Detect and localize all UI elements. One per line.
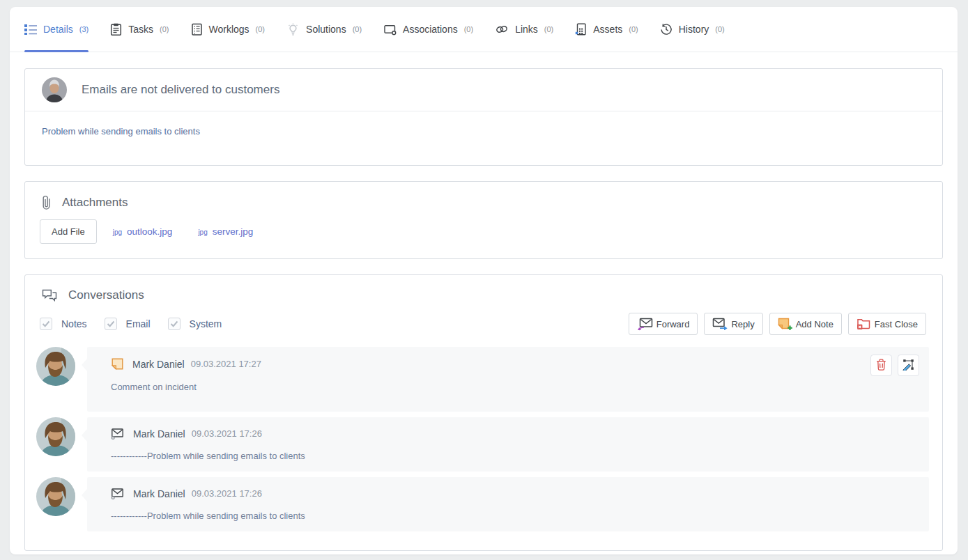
conversation-body: ------------Problem while sending emails… (111, 451, 919, 461)
file-type-badge: jpg (198, 228, 207, 236)
paperclip-icon (42, 195, 51, 210)
filter-label: Email (126, 318, 151, 329)
filter-system[interactable]: System (168, 318, 222, 330)
ticket-detail-panel: Details(3)Tasks(0)Worklogs(0)Solutions(0… (10, 7, 958, 554)
email-icon (111, 428, 125, 440)
edit-icon (902, 359, 914, 373)
tab-label: Worklogs (209, 24, 249, 35)
tab-associations[interactable]: Associations(0) (383, 7, 473, 52)
tab-count: (0) (464, 25, 473, 33)
checkbox-checked-icon[interactable] (105, 318, 117, 330)
file-type-badge: jpg (113, 228, 122, 236)
conversation-entry: Mark Daniel09.03.2021 17:26------------P… (36, 477, 929, 531)
action-label: Reply (731, 319, 754, 329)
conversation-header: Mark Daniel09.03.2021 17:26 (111, 428, 919, 440)
tab-history[interactable]: History(0) (660, 7, 725, 52)
attachment-link[interactable]: jpgserver.jpg (198, 226, 253, 237)
attachment-link[interactable]: jpgoutlook.jpg (113, 226, 173, 237)
ticket-description-area: Problem while sending emails to clients (25, 111, 942, 165)
author-avatar (36, 347, 75, 386)
details-icon (24, 24, 37, 35)
author-avatar (36, 417, 75, 456)
author-name: Mark Daniel (133, 428, 185, 440)
conversation-bubble: Mark Daniel09.03.2021 17:26------------P… (87, 477, 929, 531)
timestamp: 09.03.2021 17:26 (192, 488, 262, 499)
tab-worklogs[interactable]: Worklogs(0) (191, 7, 266, 52)
conversation-header: Mark Daniel09.03.2021 17:27 (111, 357, 919, 371)
filter-label: Notes (61, 318, 87, 329)
history-icon (660, 23, 673, 36)
conversation-entry: Mark Daniel09.03.2021 17:26------------P… (36, 417, 929, 472)
entry-actions (870, 355, 919, 376)
attachments-card: Attachments Add File jpgoutlook.jpgjpgse… (24, 181, 943, 259)
tab-label: Tasks (128, 24, 153, 35)
timestamp: 09.03.2021 17:27 (191, 359, 261, 369)
conversation-body: Comment on incident (111, 382, 919, 392)
author-avatar (36, 477, 75, 516)
tasks-icon (110, 23, 122, 36)
assets-icon (575, 23, 587, 36)
reply-icon (712, 318, 728, 330)
conversations-card: Conversations NotesEmailSystem ForwardRe… (24, 274, 943, 551)
action-label: Forward (656, 319, 690, 329)
action-label: Fast Close (875, 319, 918, 329)
tab-assets[interactable]: Assets(0) (575, 7, 638, 52)
tab-details[interactable]: Details(3) (24, 7, 89, 52)
tab-count: (0) (353, 25, 362, 33)
tab-label: History (679, 24, 709, 35)
email-icon (111, 488, 125, 499)
associations-icon (383, 24, 397, 36)
fast-close-button[interactable]: Fast Close (848, 313, 926, 335)
conversations-header: Conversations (68, 288, 144, 302)
page: Details(3)Tasks(0)Worklogs(0)Solutions(0… (0, 0, 968, 560)
filter-label: System (190, 318, 222, 329)
add-note-icon (778, 318, 792, 331)
tab-links[interactable]: Links(0) (495, 7, 553, 52)
tab-count: (0) (160, 25, 169, 33)
tab-tasks[interactable]: Tasks(0) (110, 7, 169, 52)
author-name: Mark Daniel (133, 488, 185, 499)
conversation-actions: ForwardReplyAdd NoteFast Close (629, 313, 926, 335)
tab-count: (0) (715, 25, 724, 33)
tab-label: Links (515, 24, 538, 35)
trash-icon (876, 359, 886, 373)
tab-label: Assets (593, 24, 622, 35)
forward-icon (637, 318, 653, 331)
tab-count: (0) (544, 25, 553, 33)
tab-count: (0) (256, 25, 265, 33)
conversation-header: Mark Daniel09.03.2021 17:26 (111, 488, 919, 499)
add-note-button[interactable]: Add Note (769, 313, 842, 335)
ticket-title: Emails are not delivered to customers (82, 83, 279, 97)
requester-avatar (42, 77, 67, 102)
file-name: server.jpg (213, 226, 254, 237)
reply-button[interactable]: Reply (704, 313, 762, 335)
filter-notes[interactable]: Notes (40, 318, 87, 330)
chat-icon (42, 289, 57, 302)
tab-solutions[interactable]: Solutions(0) (286, 7, 362, 52)
checkbox-checked-icon[interactable] (168, 318, 180, 330)
attachments-header-row: Attachments (25, 182, 942, 210)
edit-conversation-button[interactable] (898, 355, 919, 376)
timestamp: 09.03.2021 17:26 (192, 428, 262, 439)
tab-label: Solutions (306, 24, 346, 35)
links-icon (495, 24, 509, 35)
attachments-header: Attachments (62, 196, 128, 210)
conversation-bubble: Mark Daniel09.03.2021 17:27Comment on in… (87, 347, 929, 412)
ticket-description: Problem while sending emails to clients (42, 126, 925, 137)
forward-button[interactable]: Forward (629, 313, 698, 335)
conversation-entry: Mark Daniel09.03.2021 17:27Comment on in… (36, 347, 929, 412)
tab-count: (0) (629, 25, 638, 33)
add-file-button[interactable]: Add File (40, 219, 97, 244)
conversations-toolbar: NotesEmailSystem ForwardReplyAdd NoteFas… (25, 302, 942, 335)
solutions-icon (286, 23, 300, 36)
conversation-body: ------------Problem while sending emails… (111, 511, 919, 521)
filter-email[interactable]: Email (105, 318, 151, 330)
author-name: Mark Daniel (132, 359, 185, 370)
tab-label: Associations (403, 24, 458, 35)
attachment-list: jpgoutlook.jpgjpgserver.jpg (113, 226, 254, 237)
tab-bar: Details(3)Tasks(0)Worklogs(0)Solutions(0… (10, 7, 958, 52)
checkbox-checked-icon[interactable] (40, 318, 52, 330)
conversations-header-row: Conversations (25, 275, 942, 302)
attachments-row: Add File jpgoutlook.jpgjpgserver.jpg (25, 210, 942, 244)
delete-conversation-button[interactable] (870, 355, 892, 376)
